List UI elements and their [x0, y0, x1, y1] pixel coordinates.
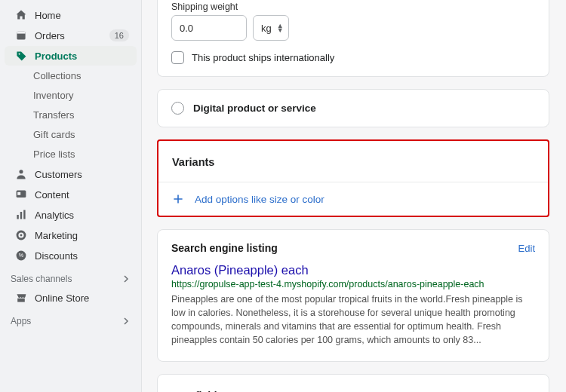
sidebar: Home Orders 16 Products Collections Inve… — [0, 0, 142, 392]
ships-internationally-checkbox[interactable] — [171, 51, 184, 64]
seo-preview-url: https://gropulse-app-test-4.myshopify.co… — [171, 279, 535, 289]
nav-label: Analytics — [35, 210, 129, 221]
digital-radio[interactable] — [171, 102, 184, 115]
orders-badge: 16 — [109, 29, 129, 41]
svg-rect-5 — [17, 192, 20, 195]
svg-rect-6 — [17, 215, 18, 219]
seo-preview-title: Anaros (Pineapple) each — [171, 263, 535, 277]
metafields-card: Metafields Show all — [157, 374, 549, 393]
nav-section-text: Apps — [11, 316, 31, 326]
svg-rect-14 — [17, 299, 25, 302]
svg-rect-7 — [20, 212, 22, 219]
nav-label: Discounts — [35, 250, 129, 262]
nav-label: Collections — [33, 70, 129, 81]
tag-icon — [15, 50, 27, 62]
nav-section-text: Sales channels — [11, 274, 72, 284]
online-store-icon — [15, 292, 27, 304]
nav-label: Price lists — [33, 149, 129, 160]
seo-edit-button[interactable]: Edit — [518, 243, 535, 254]
svg-point-11 — [20, 234, 23, 237]
shipping-unit-select[interactable]: kg ▲▼ — [253, 15, 289, 41]
nav-discounts[interactable]: % Discounts — [5, 246, 137, 265]
chevron-right-icon — [122, 317, 131, 326]
nav-products[interactable]: Products — [5, 46, 137, 66]
add-variant-option-label: Add options like size or color — [195, 194, 325, 205]
nav-inventory[interactable]: Inventory — [5, 86, 137, 105]
content-icon — [15, 188, 27, 201]
shipping-unit-value: kg — [261, 23, 272, 34]
ships-internationally-label: This product ships internationally — [192, 52, 334, 63]
variants-title: Variants — [158, 141, 548, 182]
nav-transfers[interactable]: Transfers — [5, 106, 137, 124]
nav-gift-cards[interactable]: Gift cards — [5, 125, 137, 144]
nav-label: Products — [35, 51, 129, 62]
sort-arrows-icon: ▲▼ — [277, 16, 284, 40]
seo-preview-description: Pineapples are one of the most popular t… — [171, 292, 535, 348]
orders-icon — [15, 29, 27, 41]
nav-label: Home — [35, 10, 129, 21]
shipping-weight-input[interactable] — [171, 15, 247, 41]
main-content: Shipping weight kg ▲▼ This product ships… — [142, 0, 566, 392]
chevron-right-icon — [122, 274, 131, 283]
nav-label: Customers — [35, 169, 129, 180]
digital-option-row[interactable]: Digital product or service — [158, 90, 549, 127]
nav-label: Inventory — [33, 90, 129, 101]
seo-section-title: Search engine listing — [171, 242, 278, 254]
digital-label: Digital product or service — [193, 103, 316, 114]
svg-rect-1 — [17, 31, 25, 33]
metafields-title: Metafields — [171, 390, 223, 393]
nav-collections[interactable]: Collections — [5, 66, 137, 85]
variants-card: Variants Add options like size or color — [157, 139, 549, 217]
svg-rect-8 — [23, 210, 25, 219]
svg-point-3 — [19, 170, 23, 173]
nav-online-store[interactable]: Online Store — [5, 288, 137, 308]
nav-label: Online Store — [35, 292, 129, 304]
nav-home[interactable]: Home — [5, 5, 137, 25]
svg-point-2 — [19, 54, 20, 55]
nav-analytics[interactable]: Analytics — [5, 205, 137, 225]
seo-card: Search engine listing Edit Anaros (Pinea… — [157, 229, 549, 362]
customers-icon — [15, 168, 27, 180]
nav-sales-channels-header[interactable]: Sales channels — [0, 266, 141, 287]
digital-card: Digital product or service — [157, 89, 549, 127]
shipping-weight-label: Shipping weight — [171, 2, 535, 12]
marketing-icon — [15, 229, 27, 241]
nav-label: Gift cards — [33, 129, 129, 140]
nav-customers[interactable]: Customers — [5, 164, 137, 184]
svg-text:%: % — [19, 252, 24, 259]
analytics-icon — [15, 209, 27, 221]
shipping-card: Shipping weight kg ▲▼ This product ships… — [157, 0, 549, 77]
nav-orders[interactable]: Orders 16 — [5, 26, 137, 45]
nav-label: Orders — [35, 30, 102, 41]
nav-price-lists[interactable]: Price lists — [5, 145, 137, 164]
home-icon — [15, 9, 27, 21]
discounts-icon: % — [15, 250, 27, 262]
nav-label: Transfers — [33, 109, 129, 121]
nav-apps-header[interactable]: Apps — [0, 308, 141, 329]
nav-content[interactable]: Content — [5, 185, 137, 204]
plus-icon — [172, 193, 184, 205]
nav-marketing[interactable]: Marketing — [5, 225, 137, 245]
add-variant-option-button[interactable]: Add options like size or color — [158, 182, 548, 216]
nav-label: Marketing — [35, 230, 129, 241]
nav-label: Content — [35, 189, 129, 201]
